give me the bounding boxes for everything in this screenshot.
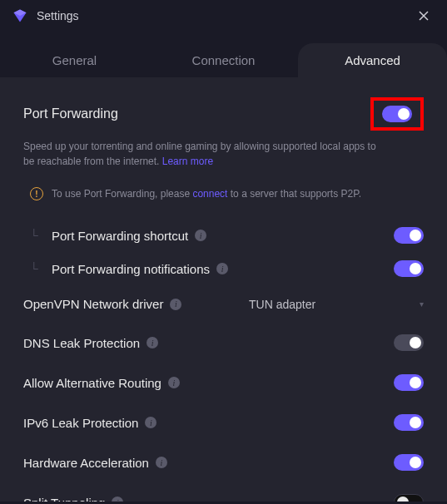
close-icon — [419, 11, 429, 21]
hardware-accel-toggle[interactable] — [394, 454, 424, 471]
highlight-box — [370, 97, 424, 131]
openvpn-driver-row: OpenVPN Network driver i TUN adapter ▾ — [23, 285, 424, 323]
port-forwarding-notifications-row: └ Port Forwarding notifications i — [23, 252, 424, 285]
info-icon[interactable]: i — [145, 417, 156, 428]
info-icon[interactable]: i — [156, 457, 167, 468]
info-icon[interactable]: i — [195, 230, 206, 241]
port-forwarding-shortcut-label: Port Forwarding shortcut — [52, 229, 188, 243]
titlebar-title: Settings — [37, 9, 412, 22]
dns-leak-row: DNS Leak Protection i — [23, 323, 424, 363]
port-forwarding-header: Port Forwarding — [23, 97, 424, 131]
dns-leak-label: DNS Leak Protection — [23, 336, 140, 350]
port-forwarding-notifications-toggle[interactable] — [394, 260, 424, 277]
tab-connection[interactable]: Connection — [149, 43, 298, 77]
alt-routing-label: Allow Alternative Routing — [23, 376, 161, 390]
ipv6-leak-toggle[interactable] — [394, 414, 424, 431]
titlebar: Settings — [0, 0, 447, 32]
alt-routing-toggle[interactable] — [394, 374, 424, 391]
tab-advanced[interactable]: Advanced — [298, 43, 447, 77]
tab-general[interactable]: General — [0, 43, 149, 77]
hardware-accel-row: Hardware Acceleration i — [23, 442, 424, 482]
info-icon[interactable]: i — [147, 337, 158, 348]
info-icon[interactable]: i — [216, 263, 228, 274]
connect-link[interactable]: connect — [192, 188, 227, 200]
learn-more-link[interactable]: Learn more — [162, 156, 213, 167]
ipv6-leak-label: IPv6 Leak Protection — [23, 416, 138, 430]
port-forwarding-description: Speed up your torrenting and online gami… — [23, 139, 381, 169]
content-panel: Port Forwarding Speed up your torrenting… — [0, 77, 447, 502]
dns-leak-toggle[interactable] — [394, 334, 424, 351]
split-tunneling-label: Split Tunneling — [23, 496, 105, 502]
openvpn-driver-label: OpenVPN Network driver — [23, 297, 163, 311]
info-icon[interactable]: i — [168, 377, 180, 388]
info-icon[interactable]: i — [170, 299, 181, 310]
port-forwarding-title: Port Forwarding — [23, 106, 118, 121]
port-forwarding-notice: ! To use Port Forwarding, please connect… — [23, 184, 424, 204]
tree-branch-icon: └ — [30, 229, 38, 242]
warning-icon: ! — [30, 187, 43, 200]
openvpn-driver-value: TUN adapter — [249, 298, 315, 311]
port-forwarding-shortcut-toggle[interactable] — [394, 227, 424, 244]
tabs: General Connection Advanced — [0, 32, 447, 77]
split-tunneling-row: Split Tunneling i — [23, 482, 424, 502]
port-forwarding-shortcut-row: └ Port Forwarding shortcut i — [23, 219, 424, 252]
close-button[interactable] — [412, 4, 435, 27]
split-tunneling-toggle[interactable] — [394, 494, 424, 502]
app-logo-icon — [12, 7, 28, 24]
port-forwarding-toggle[interactable] — [382, 106, 412, 122]
port-forwarding-notifications-label: Port Forwarding notifications — [52, 262, 210, 276]
hardware-accel-label: Hardware Acceleration — [23, 456, 149, 470]
alt-routing-row: Allow Alternative Routing i — [23, 363, 424, 403]
info-icon[interactable]: i — [112, 497, 123, 502]
chevron-down-icon: ▾ — [420, 299, 424, 309]
tree-branch-icon: └ — [30, 262, 38, 275]
openvpn-driver-dropdown[interactable]: TUN adapter ▾ — [249, 298, 424, 311]
ipv6-leak-row: IPv6 Leak Protection i — [23, 403, 424, 442]
